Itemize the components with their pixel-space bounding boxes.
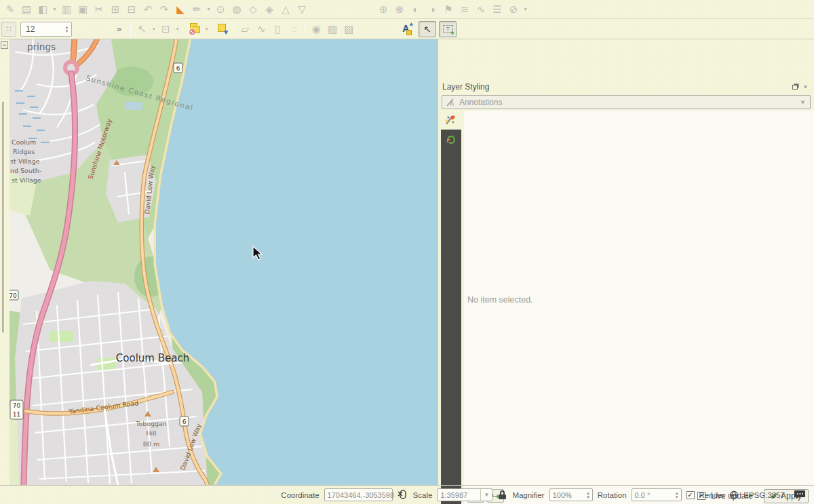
digitize-dropdown-caret[interactable]: ▾ bbox=[52, 6, 58, 12]
extents-icon[interactable] bbox=[398, 490, 408, 500]
map-label-hill-elev: 80 m bbox=[143, 440, 159, 448]
layer-styling-panel: Layer Styling × A Annotations ▼ bbox=[438, 79, 814, 504]
annotation-layer-caret[interactable]: ▾ bbox=[204, 26, 210, 32]
main-area: × bbox=[0, 39, 814, 485]
undo-icon: ↶ bbox=[140, 2, 155, 17]
scale-combo-caret[interactable]: ▼ bbox=[480, 489, 489, 501]
empty-message: No item selected. bbox=[467, 295, 533, 305]
no-sign-icon: ⊘ bbox=[189, 28, 195, 36]
map-label-hill-1: Toboggan bbox=[135, 420, 167, 427]
digitizing-group-a: ✎▤◧▾▥▣✂⊞⊟↶↷◣✏▾⊙◍◇◈△▽ bbox=[3, 2, 309, 17]
simplify-feature-icon: ▽ bbox=[294, 2, 309, 17]
rotation-spinbox[interactable]: 0.0 ° ▴▾ bbox=[632, 488, 682, 501]
svg-text:6: 6 bbox=[176, 65, 180, 72]
save-layer-edits-icon: ▤ bbox=[19, 2, 34, 17]
toolbar-separator bbox=[305, 22, 305, 36]
rectangle-annotation-icon: ▯ bbox=[270, 22, 285, 37]
line-annotation-icon: ∿ bbox=[254, 22, 269, 37]
svg-text:6: 6 bbox=[182, 419, 187, 425]
text-yellow-badge bbox=[406, 30, 412, 35]
styling-sidebar[interactable] bbox=[441, 130, 461, 504]
scale-value: 1:35987 bbox=[440, 491, 467, 499]
toolbar-overflow-chevron[interactable]: » bbox=[117, 24, 121, 34]
layer-styling-body: No item selected. ↩ ↪ ✓ Live update ✔ Ap… bbox=[438, 111, 814, 504]
rotation-spin-arrows[interactable]: ▴▾ bbox=[674, 491, 678, 499]
annotation-layer-type-icon: A bbox=[446, 98, 456, 107]
annotation-properties-caret[interactable]: ▾ bbox=[174, 26, 180, 32]
create-text-annotation-button[interactable]: T + bbox=[439, 21, 457, 37]
panel-title: Layer Styling bbox=[442, 82, 788, 92]
magnifier-spinbox[interactable]: 100% ▴▾ bbox=[549, 488, 593, 501]
render-label: Render bbox=[699, 491, 725, 499]
crs-label[interactable]: EPSG:3857 bbox=[743, 491, 785, 499]
marker-annotation-icon: ◉ bbox=[309, 22, 324, 37]
map-label-estate-1: Coolum bbox=[12, 138, 36, 146]
messages-icon[interactable] bbox=[794, 490, 806, 500]
render-checkbox[interactable]: ✓ bbox=[686, 491, 695, 499]
paste-features-icon: ⊟ bbox=[124, 2, 139, 17]
layer-styling-titlebar: Layer Styling × bbox=[438, 79, 814, 94]
select-annotation-icon: ↖ bbox=[134, 22, 149, 37]
delete-selected-icon: ▣ bbox=[75, 2, 90, 17]
collapsed-panel-edge[interactable] bbox=[2, 102, 4, 332]
layer-selector-combo[interactable]: A Annotations ▼ bbox=[442, 95, 811, 109]
magnifier-value: 100% bbox=[553, 491, 572, 499]
rotation-label: Rotation bbox=[598, 491, 627, 499]
polygon-annotation-icon: ▱ bbox=[237, 22, 252, 37]
styling-empty-state: No item selected. bbox=[464, 111, 814, 488]
map-label-estate-3: st Village bbox=[10, 157, 40, 165]
undock-panel-icon[interactable] bbox=[790, 83, 799, 91]
split-features-icon: ☰ bbox=[490, 2, 505, 17]
svg-text:A: A bbox=[450, 100, 454, 107]
annotation-layer-icon[interactable]: ⊘ bbox=[187, 22, 202, 37]
cut-features-icon: ✂ bbox=[92, 2, 106, 17]
map-label-estate-5: st Village bbox=[12, 176, 41, 184]
add-feature-dropdown-caret[interactable]: ▾ bbox=[206, 6, 212, 12]
toolbar-handle[interactable]: ∷ bbox=[1, 22, 16, 37]
lock-scale-icon[interactable] bbox=[499, 490, 506, 499]
select-annotation-caret[interactable]: ▾ bbox=[151, 26, 157, 32]
current-edits-icon: ✎ bbox=[3, 2, 18, 17]
map-label-place-cut: prings bbox=[27, 41, 56, 52]
svg-text:11: 11 bbox=[13, 411, 20, 418]
merge-dropdown-caret[interactable]: ▾ bbox=[522, 6, 528, 12]
text-annotation-icon[interactable]: A ★ bbox=[400, 22, 414, 37]
font-size-spinbox[interactable]: 12 ▴▾ bbox=[20, 22, 72, 37]
font-size-spin-arrows[interactable]: ▴▾ bbox=[62, 25, 71, 33]
flag-feature-icon: ⚑ bbox=[441, 2, 456, 17]
redo-icon: ↷ bbox=[157, 2, 172, 17]
map-canvas[interactable]: 6 6 70 11 70 prings Sunshine Coast Regio… bbox=[9, 39, 438, 485]
annotation-balloon-icon: ◍ bbox=[229, 2, 244, 17]
svg-text:70: 70 bbox=[9, 292, 17, 299]
close-panel-icon[interactable]: × bbox=[801, 83, 810, 91]
attribute-table-icon: ▥ bbox=[59, 2, 74, 17]
digitizing-group-b: ⊕⊗◐◑⚑≋∿☰⊘▾ bbox=[376, 2, 528, 17]
coordinate-label: Coordinate bbox=[281, 491, 319, 499]
styling-main: No item selected. ↩ ↪ ✓ Live update ✔ Ap… bbox=[464, 111, 814, 504]
digitizing-toolbar: ✎▤◧▾▥▣✂⊞⊟↶↷◣✏▾⊙◍◇◈△▽ ⊕⊗◐◑⚑≋∿☰⊘▾ bbox=[0, 0, 814, 19]
magnifier-spin-arrows[interactable]: ▴▾ bbox=[585, 491, 589, 499]
magnifier-label: Magnifier bbox=[512, 491, 544, 499]
symbology-tab[interactable] bbox=[441, 111, 457, 130]
layer-selector-value: Annotations bbox=[459, 98, 800, 107]
scale-combo[interactable]: 1:35987 ▼ bbox=[437, 488, 492, 501]
add-part-icon: ◑ bbox=[425, 2, 440, 17]
main-annotation-layer-icon[interactable]: ▼ bbox=[215, 22, 230, 37]
toggle-editing-icon[interactable]: ◣ bbox=[173, 2, 188, 17]
layer-selector-caret: ▼ bbox=[800, 99, 806, 106]
vertex-tool-icon: ⊙ bbox=[213, 2, 228, 17]
history-tab-icon[interactable] bbox=[445, 133, 457, 145]
map-label-place-main: Coolum Beach bbox=[116, 352, 189, 364]
rotate-feature-icon: △ bbox=[278, 2, 293, 17]
coordinate-input[interactable]: 17043464,-3053598 bbox=[324, 488, 393, 501]
crs-globe-icon[interactable] bbox=[729, 490, 739, 500]
status-bar: Coordinate 17043464,-3053598 Scale 1:359… bbox=[0, 485, 814, 504]
map-pond bbox=[125, 102, 142, 110]
paintbrush-icon bbox=[444, 114, 457, 126]
modify-annotations-button[interactable]: ↖ bbox=[419, 21, 436, 37]
toolbar-separator bbox=[130, 22, 131, 36]
toolbar-separator bbox=[233, 22, 234, 36]
reshape-features-icon: ∿ bbox=[473, 2, 488, 17]
styling-tab-rail bbox=[441, 111, 464, 504]
collapsed-panel-close-icon[interactable]: × bbox=[1, 41, 8, 49]
